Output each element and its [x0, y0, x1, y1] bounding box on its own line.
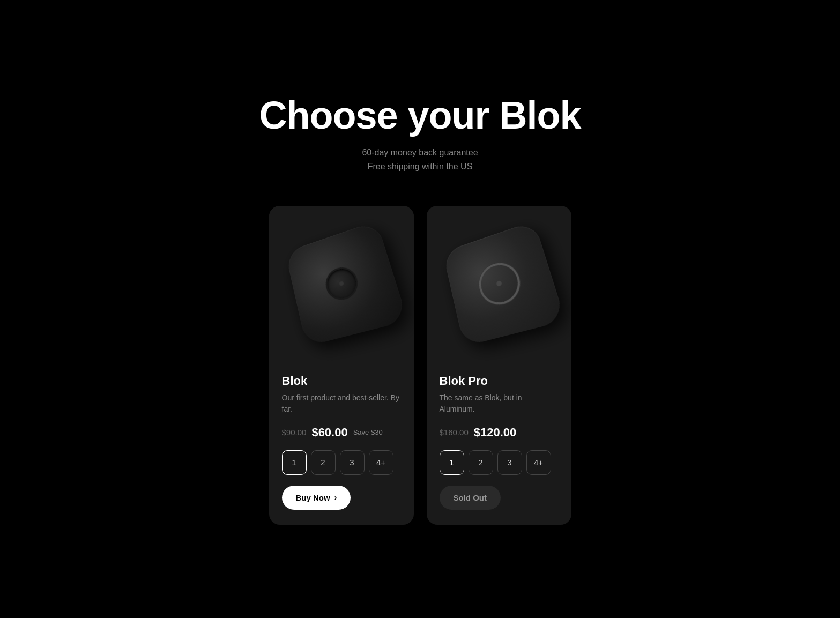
blok-pro-price-row: $160.00 $120.00 [440, 426, 559, 440]
blok-qty-2[interactable]: 2 [311, 450, 336, 475]
subtitle-line1: 60-day money back guarantee [362, 148, 478, 157]
blok-qty-4plus[interactable]: 4+ [369, 450, 393, 475]
blok-price-current: $60.00 [311, 426, 347, 440]
product-image-blok [269, 206, 414, 361]
blok-product-name: Blok [282, 374, 401, 388]
blok-pro-sold-out-button: Sold Out [440, 486, 501, 510]
blok-price-original: $90.00 [282, 428, 307, 437]
blok-quantity-selector: 1 2 3 4+ [282, 450, 401, 475]
product-card-blok: Blok Our first product and best-seller. … [269, 206, 414, 525]
subtitle-line2: Free shipping within the US [368, 162, 473, 171]
blok-price-row: $90.00 $60.00 Save $30 [282, 426, 401, 440]
blok-buy-now-label: Buy Now [296, 493, 330, 502]
blok-pro-device-visual [442, 220, 565, 346]
product-card-blok-pro: Blok Pro The same as Blok, but in Alumin… [427, 206, 571, 525]
blok-pro-price-original: $160.00 [440, 428, 469, 437]
product-image-blok-pro [427, 206, 571, 361]
blok-center-dot [339, 281, 344, 286]
page-title: Choose your Blok [259, 93, 581, 137]
blok-pro-sold-out-label: Sold Out [454, 493, 487, 502]
blok-buy-now-arrow: › [334, 493, 337, 502]
subtitle: 60-day money back guarantee Free shippin… [259, 146, 581, 173]
blok-qty-3[interactable]: 3 [340, 450, 365, 475]
blok-pro-product-desc: The same as Blok, but in Aluminum. [440, 392, 559, 415]
page-header: Choose your Blok 60-day money back guara… [259, 93, 581, 173]
blok-pro-qty-2[interactable]: 2 [469, 450, 493, 475]
blok-qty-1[interactable]: 1 [282, 450, 307, 475]
blok-pro-product-name: Blok Pro [440, 374, 559, 388]
blok-device-visual [285, 220, 407, 346]
blok-card-body: Blok Our first product and best-seller. … [269, 361, 414, 525]
blok-price-save: Save $30 [353, 428, 383, 436]
blok-pro-price-current: $120.00 [474, 426, 517, 440]
blok-pro-qty-3[interactable]: 3 [497, 450, 522, 475]
products-grid: Blok Our first product and best-seller. … [269, 206, 571, 525]
blok-pro-center-dot [496, 280, 502, 286]
blok-pro-card-body: Blok Pro The same as Blok, but in Alumin… [427, 361, 571, 525]
blok-pro-qty-4plus[interactable]: 4+ [526, 450, 551, 475]
blok-pro-quantity-selector: 1 2 3 4+ [440, 450, 559, 475]
blok-pro-qty-1[interactable]: 1 [440, 450, 464, 475]
blok-product-desc: Our first product and best-seller. By fa… [282, 392, 401, 415]
blok-buy-now-button[interactable]: Buy Now › [282, 486, 351, 510]
